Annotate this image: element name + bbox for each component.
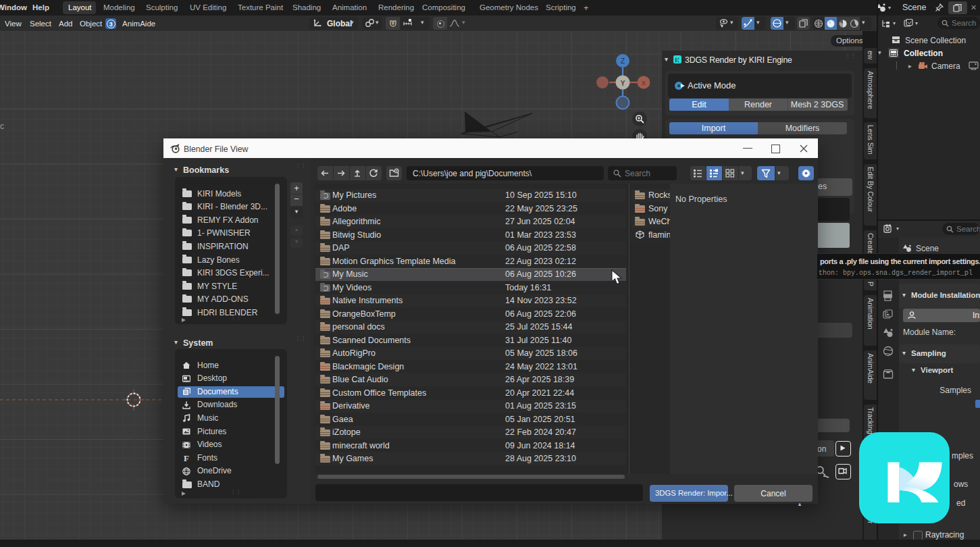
svg-text:Z: Z <box>621 57 625 65</box>
svg-text:F: F <box>184 454 189 462</box>
svg-text:Y: Y <box>621 80 625 87</box>
svg-text:X: X <box>642 80 646 86</box>
